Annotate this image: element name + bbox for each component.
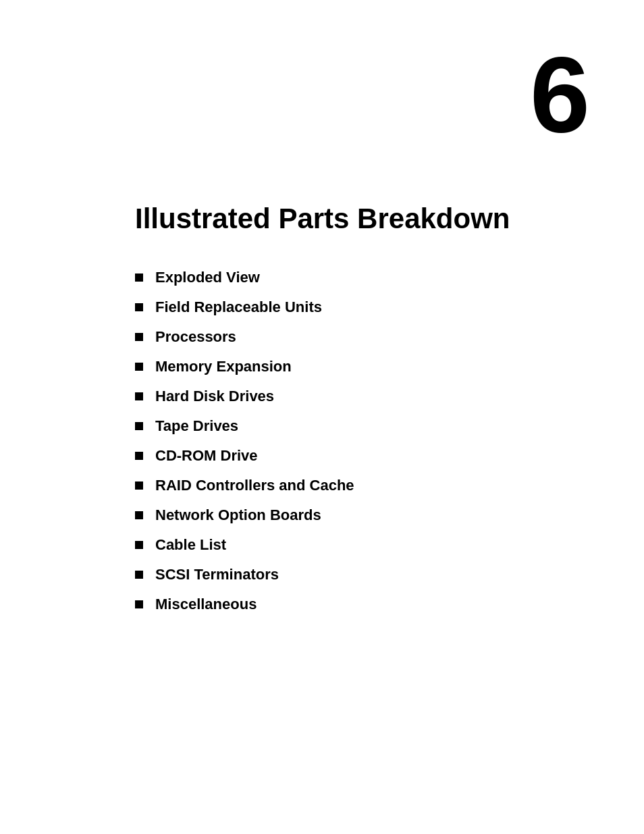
toc-item-label: CD-ROM Drive <box>155 447 258 465</box>
toc-item: Memory Expansion <box>135 358 590 375</box>
bullet-icon <box>135 481 143 490</box>
toc-item: Miscellaneous <box>135 596 590 613</box>
bullet-icon <box>135 392 143 400</box>
bullet-icon <box>135 363 143 371</box>
toc-item-label: Field Replaceable Units <box>155 298 322 316</box>
toc-item-label: Hard Disk Drives <box>155 388 274 405</box>
toc-list: Exploded ViewField Replaceable UnitsProc… <box>135 269 590 613</box>
bullet-icon <box>135 273 143 282</box>
toc-item: Tape Drives <box>135 417 590 435</box>
toc-item-label: Exploded View <box>155 269 260 286</box>
toc-item: Hard Disk Drives <box>135 388 590 405</box>
toc-item-label: Miscellaneous <box>155 596 257 613</box>
page: 6 Illustrated Parts Breakdown Exploded V… <box>0 0 644 834</box>
toc-item: SCSI Terminators <box>135 566 590 583</box>
bullet-icon <box>135 333 143 341</box>
bullet-icon <box>135 303 143 311</box>
bullet-icon <box>135 422 143 430</box>
toc-item-label: Processors <box>155 328 236 346</box>
toc-item-label: Network Option Boards <box>155 506 321 524</box>
toc-item: Field Replaceable Units <box>135 298 590 316</box>
chapter-number: 6 <box>530 41 590 149</box>
bullet-icon <box>135 541 143 549</box>
toc-item-label: Cable List <box>155 536 226 554</box>
toc-item: Cable List <box>135 536 590 554</box>
bullet-icon <box>135 600 143 608</box>
toc-item-label: RAID Controllers and Cache <box>155 477 354 494</box>
chapter-title: Illustrated Parts Breakdown <box>135 203 590 235</box>
toc-item-label: Tape Drives <box>155 417 238 435</box>
toc-item: CD-ROM Drive <box>135 447 590 465</box>
toc-item: Processors <box>135 328 590 346</box>
toc-item-label: SCSI Terminators <box>155 566 279 583</box>
bullet-icon <box>135 452 143 460</box>
toc-item: Network Option Boards <box>135 506 590 524</box>
toc-item: RAID Controllers and Cache <box>135 477 590 494</box>
bullet-icon <box>135 571 143 579</box>
toc-item-label: Memory Expansion <box>155 358 292 375</box>
bullet-icon <box>135 511 143 519</box>
toc-item: Exploded View <box>135 269 590 286</box>
